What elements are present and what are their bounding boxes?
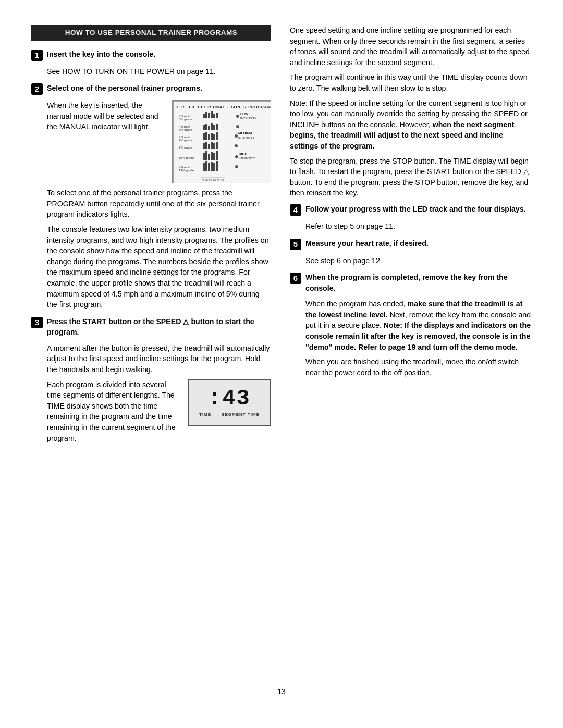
- step-2-inline-para: When the key is inserted, the manual mod…: [47, 100, 165, 132]
- svg-text:5    10   15   20   25   30: 5 10 15 20 25 30: [202, 179, 224, 182]
- svg-text:10% grade: 10% grade: [179, 156, 194, 159]
- svg-text:5% grade: 5% grade: [179, 128, 192, 131]
- svg-rect-27: [208, 134, 210, 140]
- step-3-title: Press the START button or the SPEED △ bu…: [47, 316, 271, 338]
- svg-point-51: [235, 155, 238, 158]
- svg-rect-59: [216, 161, 218, 171]
- svg-text:INTENSITY: INTENSITY: [239, 157, 255, 160]
- svg-rect-17: [205, 124, 207, 130]
- svg-rect-28: [211, 133, 213, 140]
- right-intro: One speed setting and one incline settin…: [290, 25, 532, 68]
- svg-text:MEDIUM: MEDIUM: [238, 131, 252, 135]
- console-svg: ✦ CERTIFIED PERSONAL TRAINER PROGRAMS 4.…: [173, 101, 271, 183]
- svg-rect-57: [211, 162, 213, 171]
- svg-rect-37: [208, 144, 210, 149]
- step-5-content: See step 6 on page 12.: [305, 255, 532, 266]
- step-3-number: 3: [31, 317, 43, 328]
- step-4-header: 4 Follow your progress with the LED trac…: [290, 204, 532, 216]
- step-2-body-after: To select one of the personal trainer pr…: [47, 188, 271, 220]
- svg-rect-54: [203, 163, 205, 171]
- section-header: HOW TO USE PERSONAL TRAINER PROGRAMS: [31, 25, 271, 41]
- step-1-number: 1: [31, 50, 43, 61]
- svg-text:7% grade: 7% grade: [179, 139, 192, 142]
- svg-rect-29: [213, 134, 215, 140]
- right-column: One speed setting and one incline settin…: [290, 25, 532, 671]
- svg-point-60: [235, 165, 238, 168]
- svg-rect-40: [216, 142, 218, 149]
- right-para3-bold: when the next segment begins, the treadm…: [290, 120, 515, 150]
- svg-rect-45: [208, 154, 210, 160]
- svg-rect-30: [216, 132, 218, 140]
- svg-text:INTENSITY: INTENSITY: [238, 136, 254, 139]
- step-4-body: Refer to step 5 on page 11.: [305, 221, 532, 232]
- step-1-content: See HOW TO TURN ON THE POWER on page 11.: [47, 66, 271, 77]
- svg-rect-18: [208, 126, 210, 130]
- svg-rect-43: [203, 153, 205, 160]
- page: HOW TO USE PERSONAL TRAINER PROGRAMS 1 I…: [0, 0, 563, 728]
- step-2-inline: When the key is inserted, the manual mod…: [47, 100, 271, 183]
- timer-labels: TIME SEGMENT TIME: [189, 410, 270, 418]
- step-3-para1: A moment after the button is pressed, th…: [47, 343, 271, 375]
- svg-rect-38: [211, 142, 213, 149]
- svg-rect-47: [213, 153, 215, 160]
- svg-rect-7: [208, 113, 210, 118]
- step-4-title: Follow your progress with the LED track …: [305, 204, 526, 215]
- step-3-inline: Each program is divided into several tim…: [47, 379, 271, 448]
- timer-image: :43 TIME SEGMENT TIME: [188, 379, 271, 426]
- step-6-title: When the program is completed, remove th…: [305, 272, 532, 293]
- svg-rect-9: [213, 114, 215, 118]
- timer-display-value: :43: [208, 388, 251, 410]
- svg-rect-58: [213, 163, 215, 171]
- svg-rect-44: [205, 151, 207, 160]
- svg-rect-26: [205, 132, 207, 140]
- step-4-content: Refer to step 5 on page 11.: [305, 221, 532, 232]
- svg-rect-39: [213, 143, 215, 149]
- step-2-inline-text: When the key is inserted, the manual mod…: [47, 100, 165, 137]
- right-para2: The program will continue in this way un…: [290, 72, 532, 93]
- svg-rect-48: [216, 151, 218, 160]
- svg-rect-16: [203, 125, 205, 130]
- page-number: 13: [31, 686, 532, 697]
- step-3-inline-text: Each program is divided into several tim…: [47, 379, 180, 448]
- svg-text:5% grade: 5% grade: [179, 118, 192, 121]
- step-2-body-after2: The console features two low intensity p…: [47, 224, 271, 310]
- step-5-body: See step 6 on page 12.: [305, 255, 532, 266]
- svg-rect-36: [205, 142, 207, 149]
- svg-rect-35: [203, 143, 205, 149]
- svg-text:HIGH: HIGH: [239, 152, 248, 156]
- step-2-content: When the key is inserted, the manual mod…: [47, 100, 271, 310]
- left-column: HOW TO USE PERSONAL TRAINER PROGRAMS 1 I…: [31, 25, 271, 671]
- right-stop-para: To stop the program, press the STOP butt…: [290, 156, 532, 199]
- step-5-title: Measure your heart rate, if desired.: [305, 238, 429, 249]
- svg-text:INTENSITY: INTENSITY: [240, 117, 256, 120]
- step-3-content: A moment after the button is pressed, th…: [47, 343, 271, 448]
- svg-text:7% grade: 7% grade: [179, 146, 192, 149]
- svg-point-33: [235, 134, 238, 138]
- step-6-header: 6 When the program is completed, remove …: [290, 272, 532, 293]
- svg-rect-21: [216, 124, 218, 130]
- right-para3: Note: If the speed or incline setting fo…: [290, 98, 532, 152]
- step-3-inline-para: Each program is divided into several tim…: [47, 379, 180, 444]
- svg-point-41: [235, 144, 238, 147]
- svg-rect-25: [203, 133, 205, 140]
- svg-text:LOW: LOW: [240, 112, 249, 116]
- step-1-header: 1 Insert the key into the console.: [31, 49, 271, 61]
- svg-rect-20: [213, 125, 215, 130]
- svg-text:13% grade: 13% grade: [179, 169, 194, 172]
- step-6-content: When the program has ended, make sure th…: [305, 299, 532, 378]
- step-6-bold2: Note: If the displays and indicators on …: [305, 321, 531, 351]
- step-4-number: 4: [290, 204, 301, 216]
- svg-rect-56: [208, 163, 210, 171]
- step-2-number: 2: [31, 83, 43, 95]
- step-6-body1: When the program has ended, make sure th…: [305, 299, 532, 352]
- svg-rect-8: [211, 111, 213, 118]
- step-2-title: Select one of the personal trainer progr…: [47, 83, 202, 94]
- step-5-header: 5 Measure your heart rate, if desired.: [290, 238, 532, 250]
- svg-point-13: [236, 115, 239, 118]
- svg-rect-5: [203, 114, 205, 118]
- step-2-header: 2 Select one of the personal trainer pro…: [31, 83, 271, 95]
- step-1-title: Insert the key into the console.: [47, 49, 155, 60]
- svg-point-22: [236, 125, 239, 128]
- svg-rect-46: [211, 152, 213, 160]
- step-6-number: 6: [290, 273, 301, 284]
